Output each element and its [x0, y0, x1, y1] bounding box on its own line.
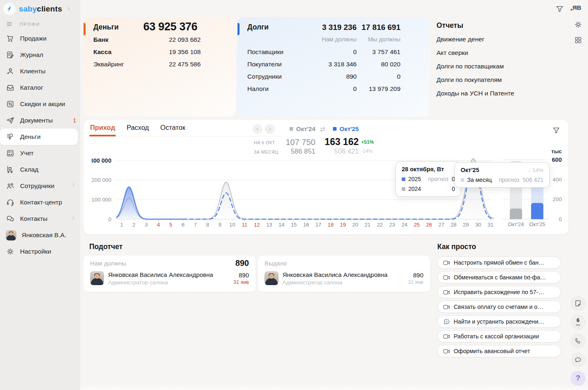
how-simple-label: Оформить авансовый отчет: [454, 348, 530, 354]
debts-cell[interactable]: 0: [308, 48, 357, 56]
how-simple-item-fix-57[interactable]: Исправить расхождение по 57-…: [437, 286, 561, 298]
notes-button[interactable]: [570, 296, 586, 311]
chevron-right-icon: [70, 215, 76, 222]
gear-icon[interactable]: [574, 20, 583, 31]
debts-row-label[interactable]: Сотрудники: [247, 73, 282, 80]
brand-logo[interactable]: sabyclients: [0, 0, 80, 18]
svg-text:600: 600: [552, 156, 562, 163]
money-row-cash[interactable]: Касса 19 356 108: [93, 48, 201, 57]
chart-filter-icon[interactable]: [552, 126, 561, 136]
sidebar-item-label: Контакты: [20, 215, 47, 222]
sidebar-item-contact-center[interactable]: Контакт-центр: [0, 194, 80, 211]
how-simple-item-link-payment[interactable]: Связать оплату со счетами и о…: [437, 301, 561, 313]
profile-switcher[interactable]: ПРОФИ: [0, 18, 80, 30]
svg-text:14: 14: [278, 222, 284, 228]
debts-row-label[interactable]: Налоги: [247, 85, 269, 93]
tooltip-value: 506 421: [522, 177, 543, 183]
sidebar-item-label: Каталог: [20, 84, 43, 91]
svg-text:5: 5: [170, 222, 172, 228]
svg-text:12: 12: [254, 222, 260, 228]
sidebar-item-settings[interactable]: Настройки: [0, 243, 80, 260]
svg-text:0: 0: [559, 216, 562, 222]
sidebar-item-contacts[interactable]: Контакты: [0, 211, 80, 227]
sidebar-item-sales[interactable]: Продажи: [0, 30, 80, 47]
report-link-reconciliation[interactable]: Акт сверки: [436, 49, 555, 57]
how-simple-item-org-cash[interactable]: Работать с кассой организации: [437, 330, 561, 342]
debts-row-label[interactable]: Поставщики: [247, 48, 283, 56]
svg-text:24: 24: [401, 222, 407, 228]
svg-text:тыс: тыс: [551, 148, 562, 154]
debts-cell[interactable]: 0: [308, 85, 357, 93]
video-icon: [443, 333, 450, 340]
legend-prev-period[interactable]: Окт'24: [266, 125, 315, 132]
user-monogram[interactable]: ЯВ: [572, 4, 581, 11]
report-link-supplier-debts[interactable]: Долги по поставщикам: [436, 63, 555, 70]
tab-balance[interactable]: Остаток: [160, 123, 186, 132]
debts-total-owed-to-us[interactable]: 3 319 236: [308, 23, 357, 32]
svg-text:4: 4: [157, 222, 160, 228]
help-button[interactable]: ?: [570, 371, 586, 386]
legend-current-period[interactable]: Окт'25: [310, 125, 359, 132]
sidebar-item-clients[interactable]: Клиенты: [0, 63, 80, 79]
sidebar-item-documents[interactable]: Документы 1: [0, 112, 80, 129]
money-row-bank[interactable]: Банк 22 093 682: [93, 36, 201, 45]
person-avatar: [90, 271, 104, 285]
how-simple-item-txt-files[interactable]: Обмениваться с банками txt-фа…: [437, 271, 561, 283]
debts-cell[interactable]: 3 318 346: [308, 61, 357, 68]
podotchet-card-issued[interactable]: Выдано Янковская Василиса Александровна …: [258, 256, 430, 292]
svg-text:100 000: 100 000: [92, 197, 111, 203]
svg-text:30: 30: [475, 222, 481, 228]
how-simple-item-find-discrepancy[interactable]: ? Найти и устранить расхождени…: [437, 315, 561, 328]
sidebar-item-catalog[interactable]: Каталог: [0, 79, 80, 96]
filter-icon[interactable]: [555, 5, 564, 15]
how-simple-item-bank-exchange[interactable]: Настроить прямой обмен с бан…: [437, 256, 561, 269]
svg-text:400: 400: [552, 177, 562, 183]
report-link-usn-income[interactable]: Доходы на УСН и Патенте: [436, 90, 555, 97]
how-simple-item-advance-report[interactable]: Оформить авансовый отчет: [437, 345, 561, 357]
debts-cell[interactable]: 890: [308, 73, 357, 80]
debts-cell[interactable]: 0: [351, 73, 400, 80]
debts-cell[interactable]: 13 979 209: [351, 85, 400, 93]
video-icon: [443, 274, 450, 281]
sidebar-item-discounts[interactable]: Скидки и акции: [0, 96, 80, 112]
report-link-buyer-debts[interactable]: Долги по покупателям: [436, 76, 555, 84]
sidebar-item-accounting[interactable]: Учет: [0, 145, 80, 161]
how-simple-label: Исправить расхождение по 57-…: [454, 289, 544, 295]
sidebar-item-label: Контакт-центр: [20, 199, 62, 206]
chat-button[interactable]: [570, 352, 586, 367]
row-value: 22 093 682: [169, 36, 201, 45]
tab-income[interactable]: Приход: [89, 123, 116, 132]
debts-cell[interactable]: 80 020: [351, 61, 400, 68]
svg-text:6: 6: [182, 222, 185, 228]
sidebar-item-employees[interactable]: Сотрудники: [0, 178, 80, 194]
person-name[interactable]: Янковская Василиса Александровна: [108, 271, 213, 278]
calendar-button[interactable]: 6 пн: [570, 315, 586, 330]
money-total[interactable]: 63 925 376: [138, 20, 203, 33]
report-link-cash-flow[interactable]: Движение денег: [436, 36, 555, 43]
svg-text:200 000: 200 000: [92, 177, 111, 183]
podotchet-card-owed[interactable]: Нам должны 890 Янковская Василиса Алекса…: [84, 256, 256, 292]
hamburger-icon[interactable]: [6, 20, 14, 28]
tooltip-prefix: прогноз: [428, 176, 448, 182]
sidebar-item-journal[interactable]: Журнал: [0, 47, 80, 63]
debts-row-label[interactable]: Покупатели: [247, 61, 282, 68]
svg-text:26: 26: [426, 222, 432, 228]
money-card-title[interactable]: Деньги: [93, 23, 119, 32]
sidebar-item-user[interactable]: Янковская В.А.: [0, 227, 80, 243]
sidebar-item-warehouse[interactable]: Склад: [0, 161, 80, 178]
money-row-acquiring[interactable]: Эквайринг 22 475 586: [93, 61, 201, 70]
month-totals-bar-chart[interactable]: тыс6004002000Окт'24Окт'25: [501, 148, 567, 230]
percent-icon: [6, 100, 15, 109]
sidebar-item-money[interactable]: Деньги: [0, 129, 78, 145]
calendar-day: 6: [577, 318, 579, 323]
debts-cell[interactable]: 3 757 461: [351, 48, 400, 56]
tab-expense[interactable]: Расход: [126, 123, 149, 132]
person-name[interactable]: Янковская Василиса Александровна: [283, 271, 387, 278]
prev-period-button[interactable]: [253, 124, 262, 134]
debts-total-we-owe[interactable]: 17 816 691: [351, 23, 400, 32]
debts-card-title[interactable]: Долги: [247, 23, 269, 32]
grid-icon[interactable]: [574, 36, 582, 46]
person-role: Администратор салона: [108, 279, 168, 286]
svg-text:15: 15: [291, 222, 296, 228]
phone-button[interactable]: [570, 333, 586, 349]
